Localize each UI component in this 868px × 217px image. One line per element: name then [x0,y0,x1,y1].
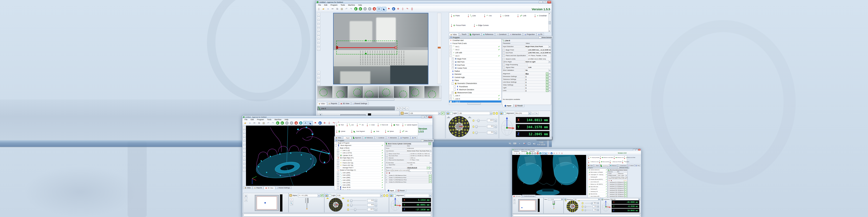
light-dropdown[interactable]: 1 (0)▼ [574,198,600,200]
tree-row[interactable]: +╲Line 5✔ [449,97,501,100]
tab-input[interactable]: Input [386,189,396,192]
toolbar-copy-icon[interactable]: ⧉ [257,121,261,125]
palette-tool-point-in-3d[interactable]: •Point in 3D [377,123,388,126]
tree-row[interactable]: +╲Line L(090)✔ [334,179,384,181]
filmstrip-thumbnail[interactable] [363,86,378,98]
move-up-button[interactable]: ⬆ [428,172,429,174]
rotate-left-arrow[interactable] [447,116,450,120]
expander[interactable]: + [337,179,339,181]
link-settings-icon[interactable]: ✎ [399,107,402,110]
toolbar-measure-icon[interactable]: Λ [542,152,545,155]
tab-touch[interactable]: ¡Touch [343,136,351,139]
toolbar-undo-icon[interactable]: ↶ [521,152,523,155]
tab-result[interactable]: Result [396,189,406,192]
bulb-on-icon[interactable] [386,194,388,197]
menu-item-help[interactable]: Help [357,4,364,6]
tree-row[interactable]: ✛Crosshair start [449,39,501,42]
property-row[interactable]: Points16 Elements [385,147,432,150]
toolbar-grid-cross-icon[interactable]: ╬ [561,152,563,155]
slider-value[interactable]: 10.0 [487,119,494,122]
property-value[interactable]: 1 [525,84,546,86]
restore-button[interactable]: ❐ [543,1,547,3]
expander[interactable]: + [337,149,339,152]
goto-element-icon[interactable]: ↗ [546,89,548,92]
keyboard-icon[interactable]: ⌨ [513,142,516,145]
expander[interactable]: + [337,164,339,166]
expander[interactable]: + [337,189,339,190]
lock-icon[interactable]: 🔒 [390,194,393,197]
property-value[interactable]: Bottom Center Point, Top Center Point [406,150,430,152]
move-down-button[interactable]: ⬇ [625,180,626,181]
light-dropdown[interactable]: 2 (0)▼ [336,194,382,197]
property-row[interactable]: Punkte16 Elemente [608,173,627,175]
point-reference[interactable]: Ausrichtung Y (30) +3.50 Minimum Punkt [610,192,624,193]
slider-track[interactable] [475,120,486,121]
property-row[interactable]: +Sigma Filter3.00 [502,66,551,69]
slider-thumb[interactable] [350,199,352,202]
slider-thumb[interactable] [475,125,477,128]
slider-track[interactable] [350,209,367,210]
goto-element-icon[interactable]: ↗ [546,78,548,81]
tree-row[interactable]: +◖Link safe [449,51,501,54]
refresh-icon[interactable]: ↻ [396,107,399,110]
toolbar-navigate-icon[interactable]: ▶ [550,152,553,155]
toolbar-pause-icon[interactable]: ‖ [531,152,534,155]
tree-row[interactable]: +▮Cylinder 20.00✔ [334,154,384,157]
move-down-button[interactable]: ⬇ [430,172,431,174]
camera-icon[interactable]: ▫ [243,142,246,145]
toolbar-pause-at-icon[interactable]: ‖ [534,152,536,155]
tab-alignment[interactable]: ▙Alignment [468,33,482,36]
rotate-right-arrow[interactable] [468,116,472,120]
expander[interactable]: + [386,153,388,155]
tree-row[interactable]: ▮Diameter [449,73,501,76]
palette-icon[interactable]: ▫ [243,153,246,156]
property-row[interactable]: Strict ValidationNo▼ [502,69,551,72]
filmstrip-thumbnail[interactable] [409,86,424,98]
show-desktop-button[interactable] [547,140,549,147]
expander[interactable]: + [386,164,388,166]
tab-taster[interactable]: ¡Taster [594,164,600,166]
toolbar-pause-icon[interactable]: ‖ [363,7,367,11]
window-icon[interactable]: ▫ [317,75,320,78]
dropdown-arrow[interactable]: ▼ [549,45,551,48]
percent-icon[interactable]: ▫ [317,13,320,16]
palette-tool-referenz-zur-linie[interactable]: ╲Referenz zur Linie [588,160,599,163]
slider-spinner[interactable]: ▲▼ [597,206,599,208]
slider-value[interactable]: 0.0 [592,206,596,208]
tree-row[interactable]: +╲Line L(000)✔ [334,172,384,174]
slider-thumb[interactable] [350,204,352,207]
toolbar-cut-icon[interactable]: ✂ [331,7,335,11]
property-value[interactable]: Begin Point, End Point [525,45,549,48]
tree-row[interactable]: ▮Radius [449,70,501,73]
titlebar[interactable]: Untitled - Approve for DeMeet — ❐ ✕ [242,116,433,119]
toolbar-navigate-icon[interactable]: ▶ [392,7,396,11]
property-row[interactable]: +Top Center Point(-22.000 mm,-66.200 mm,… [385,155,432,157]
tab-video[interactable]: ◉Video [587,164,594,166]
slider-thumb[interactable] [477,119,479,122]
tree-row[interactable]: +∴Average Point Y✔ [334,166,384,169]
palette-tool-crosshair[interactable]: +Crosshair [534,14,547,17]
toolbar-pause-at-icon[interactable]: ‖ [368,7,372,11]
filter-icon[interactable]: ⌗ [406,107,409,110]
menu-item-program[interactable]: Program [255,118,266,121]
stage-view[interactable] [255,195,279,211]
toolbar-align-axis-icon[interactable]: ┼ [556,152,558,155]
toolbar-redo-icon[interactable]: ↷ [349,7,353,11]
tree-row[interactable]: ◖Verbindung V9✔ [588,188,607,190]
goto-element-icon[interactable]: ↗ [546,87,548,89]
minimize-button[interactable]: — [539,1,543,3]
expander[interactable]: + [452,64,454,66]
tree-row[interactable]: ╲Linie 1 Achse [+45°]✔ [588,195,607,197]
toolbar-grid-cross-icon[interactable]: ╬ [410,7,414,11]
axis-icon-2[interactable]: ⊾ [535,112,538,115]
ring-light-control[interactable] [329,198,343,212]
tree-row[interactable]: ▮Zylinder Zylinder [A]✔ [588,168,607,171]
flag-icon[interactable]: ▫ [317,71,320,74]
expander[interactable]: + [337,174,339,176]
magnify-icon[interactable]: 🔍 [290,202,293,205]
point-reference[interactable]: Ausrichtung Y (0) +3.50 Minimum Punkt [610,184,624,185]
lens-dropdown[interactable]: 1 (9)▼ [409,112,441,115]
joystick-icon[interactable]: ✥ [514,199,516,201]
stage-view[interactable] [518,199,536,211]
tree-row[interactable]: ┣Einstellen [B-axis] [STOP 1]✔ [588,178,607,181]
